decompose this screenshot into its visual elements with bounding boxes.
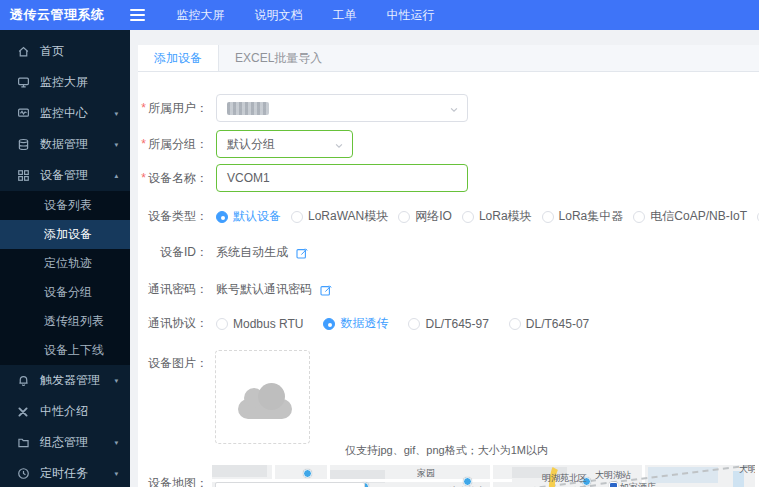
sidebar-item-device-group[interactable]: 设备分组: [0, 278, 130, 307]
radio-icon: [398, 211, 410, 223]
tab-add-device[interactable]: 添加设备: [138, 45, 219, 71]
owner-select[interactable]: [216, 94, 468, 122]
device-type-option-lorawan[interactable]: LoRaWAN模块: [291, 208, 388, 225]
topnav-neutral-run[interactable]: 中性运行: [387, 7, 435, 24]
protocol-option-dlt645-97[interactable]: DL/T645-97: [408, 317, 488, 331]
edit-icon[interactable]: [296, 247, 308, 259]
clock-icon: [16, 467, 30, 481]
sidebar-item-device-online-offline[interactable]: 设备上下线: [0, 336, 130, 365]
radio-icon: [291, 211, 303, 223]
sidebar-item-device-management[interactable]: 设备管理 ▲: [0, 160, 130, 191]
device-type-option-network-io[interactable]: 网络IO: [398, 208, 452, 225]
topnav-monitor-screen[interactable]: 监控大屏: [177, 7, 225, 24]
map-place-label: 大明府: [739, 465, 755, 474]
required-mark: *: [141, 101, 146, 115]
sidebar-item-trigger-management[interactable]: 触发器管理 ▼: [0, 365, 130, 396]
sidebar-item-label: 设备管理: [40, 167, 113, 184]
tab-excel-import[interactable]: EXCEL批量导入: [219, 45, 338, 71]
topnav-work-order[interactable]: 工单: [333, 7, 357, 24]
device-type-radio-group: 默认设备 LoRaWAN模块 网络IO LoRa模块 LoRa集中器 电信CoA…: [216, 208, 759, 225]
map-address-search-input[interactable]: [215, 482, 365, 487]
device-name-input[interactable]: VCOM1: [216, 164, 468, 192]
folder-icon: [16, 436, 30, 450]
map-block: [212, 465, 267, 477]
required-mark: *: [141, 137, 146, 151]
sidebar-item-scada-management[interactable]: 组态管理 ▼: [0, 427, 130, 458]
sidebar-item-passthrough-group-list[interactable]: 透传组列表: [0, 307, 130, 336]
map-pin: [303, 469, 312, 478]
device-id-label: 设备ID：: [138, 244, 208, 261]
screen-icon: [16, 76, 30, 90]
protocol-option-data-passthrough[interactable]: 数据透传: [323, 315, 388, 332]
device-type-label: 设备类型：: [138, 208, 208, 225]
comm-password-value: 账号默认通讯密码: [216, 281, 312, 298]
hamburger-menu-icon[interactable]: [123, 0, 153, 30]
sidebar-item-monitor-screen[interactable]: 监控大屏: [0, 67, 130, 98]
sidebar-item-label: 监控大屏: [40, 74, 120, 91]
sidebar-item-home[interactable]: 首页: [0, 36, 130, 67]
device-type-option-default[interactable]: 默认设备: [216, 208, 281, 225]
device-type-option-lora-concentrator[interactable]: LoRa集中器: [542, 208, 624, 225]
cloud-upload-icon: [238, 399, 292, 419]
radio-icon: [216, 318, 228, 330]
radio-icon: [462, 211, 474, 223]
device-name-value: VCOM1: [227, 171, 270, 185]
edit-icon[interactable]: [320, 284, 332, 296]
map-place-label: 如家酒店: [620, 483, 656, 487]
device-image-hint: 仅支持jpg、gif、png格式；大小为1M以内: [345, 443, 548, 458]
group-select-value: 默认分组: [227, 136, 275, 153]
chevron-down-icon: ▼: [113, 470, 119, 476]
sidebar-item-label: 触发器管理: [40, 372, 113, 389]
chevron-down-icon: ▼: [113, 141, 119, 147]
map-place-label: 家园: [417, 469, 435, 478]
map-street: [490, 465, 493, 487]
required-mark: *: [141, 171, 146, 185]
device-id-value: 系统自动生成: [216, 244, 288, 261]
chevron-down-icon: ▼: [113, 439, 119, 445]
sidebar-item-data-management[interactable]: 数据管理 ▼: [0, 129, 130, 160]
device-map[interactable]: 家园 花园小区 济南梦启 青年创业园 明湖苑北区 大明湖站 如家酒店 白鹤精品 …: [212, 465, 755, 487]
main-panel: 添加设备 EXCEL批量导入 *所属用户： *所属分组： 默认分组: [138, 45, 759, 487]
grid-icon: [16, 169, 30, 183]
sidebar-item-neutral-intro[interactable]: 中性介绍: [0, 396, 130, 427]
topbar: 透传云管理系统 监控大屏 说明文档 工单 中性运行: [0, 0, 759, 30]
protocol-option-modbus-rtu[interactable]: Modbus RTU: [216, 317, 303, 331]
chevron-down-icon: [449, 104, 459, 118]
device-type-option-lora-module[interactable]: LoRa模块: [462, 208, 532, 225]
sidebar-item-label: 组态管理: [40, 434, 113, 451]
sidebar-item-add-device[interactable]: 添加设备: [0, 220, 130, 249]
group-select[interactable]: 默认分组: [216, 130, 353, 158]
sidebar-item-label: 数据管理: [40, 136, 113, 153]
device-name-label: *设备名称：: [138, 170, 208, 187]
add-device-form: *所属用户： *所属分组： 默认分组 *设备名称： VCOM1: [138, 72, 759, 487]
protocol-radio-group: Modbus RTU 数据透传 DL/T645-97 DL/T645-07: [216, 315, 609, 332]
sidebar: 首页 监控大屏 监控中心 ▼ 数据管理 ▼ 设备管理 ▲ 设备列表 添加设备 定…: [0, 30, 130, 487]
sidebar-item-monitor-center[interactable]: 监控中心 ▼: [0, 98, 130, 129]
map-hotel-pin: [609, 482, 618, 487]
sidebar-item-label: 监控中心: [40, 105, 113, 122]
chevron-down-icon: ▼: [113, 377, 119, 383]
sidebar-item-device-list[interactable]: 设备列表: [0, 191, 130, 220]
map-place-label: 大明湖站: [595, 471, 631, 480]
tabbar: 添加设备 EXCEL批量导入: [138, 45, 759, 72]
tools-icon: [16, 405, 30, 419]
device-image-label: 设备图片：: [138, 355, 208, 372]
topbar-menu: 监控大屏 说明文档 工单 中性运行: [177, 7, 435, 24]
radio-icon: [323, 318, 335, 330]
chevron-down-icon: ▼: [113, 110, 119, 116]
protocol-option-dlt645-07[interactable]: DL/T645-07: [509, 317, 589, 331]
database-icon: [16, 138, 30, 152]
chevron-up-icon: ▲: [113, 172, 119, 178]
sidebar-item-location-track[interactable]: 定位轨迹: [0, 249, 130, 278]
device-image-upload[interactable]: [215, 350, 310, 444]
map-place-label: 明湖苑北区: [542, 474, 587, 483]
device-type-option-coap-nbiot[interactable]: 电信CoAP/NB-IoT: [633, 208, 747, 225]
bell-icon: [16, 374, 30, 388]
sidebar-item-label: 定时任务: [40, 465, 113, 482]
sidebar-item-scheduled-tasks[interactable]: 定时任务 ▼: [0, 458, 130, 487]
home-icon: [16, 45, 30, 59]
radio-icon: [633, 211, 645, 223]
app-title: 透传云管理系统: [10, 6, 105, 24]
topnav-docs[interactable]: 说明文档: [255, 7, 303, 24]
radio-icon: [542, 211, 554, 223]
